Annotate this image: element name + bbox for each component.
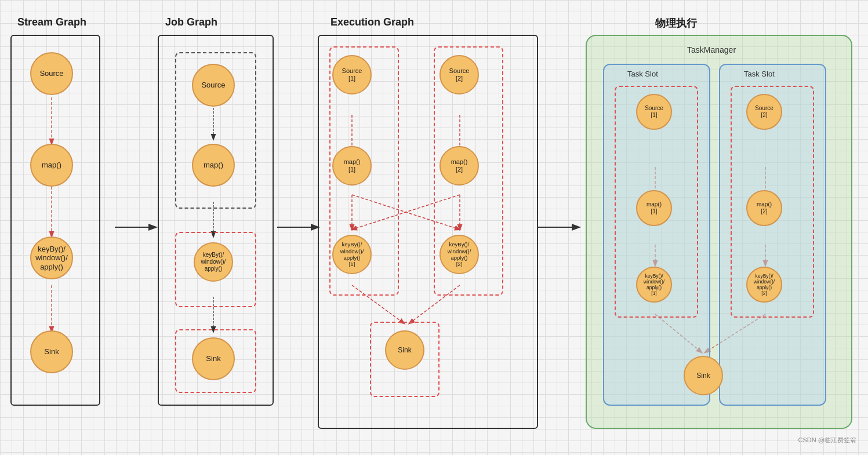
stream-map-node: map() — [30, 144, 73, 187]
phys-keyby1-node: keyBy()/window()/apply()[1] — [636, 267, 672, 303]
stream-graph-title: Stream Graph — [17, 16, 86, 28]
job-graph-title: Job Graph — [165, 16, 217, 28]
exec-source1-node: Source[1] — [332, 55, 372, 94]
physical-title: 物理执行 — [655, 16, 697, 30]
watermark: CSDN @临江费笠翁 — [798, 436, 856, 445]
execution-graph-title: Execution Graph — [331, 16, 414, 28]
job-sink-node: Sink — [192, 337, 235, 380]
task-manager-label: TaskManager — [687, 45, 736, 54]
exec-map1-node: map()[1] — [332, 146, 372, 185]
phys-sink-node: Sink — [684, 356, 723, 395]
job-source-node: Source — [192, 64, 235, 107]
stream-sink-node: Sink — [30, 330, 73, 373]
phys-map2-node: map()[2] — [746, 190, 782, 226]
phys-keyby2-node: keyBy()/window()/apply()[2] — [746, 267, 782, 303]
exec-keyby2-node: keyBy()/window()/apply()[2] — [440, 235, 479, 274]
job-map-node: map() — [192, 144, 235, 187]
exec-keyby1-node: keyBy()/window()/apply()[1] — [332, 235, 372, 274]
task-slot1-label: Task Slot — [627, 70, 658, 78]
phys-source1-node: Source[1] — [636, 94, 672, 130]
phys-map1-node: map()[1] — [636, 190, 672, 226]
exec-source2-node: Source[2] — [440, 55, 479, 94]
stream-source-node: Source — [30, 52, 73, 95]
phys-source2-node: Source[2] — [746, 94, 782, 130]
job-keyby-node: keyBy()/window()/apply() — [194, 242, 233, 282]
task-slot2-label: Task Slot — [744, 70, 775, 78]
exec-sink-node: Sink — [385, 330, 424, 370]
stream-keyby-node: keyBy()/window()/apply() — [30, 236, 73, 279]
exec-map2-node: map()[2] — [440, 146, 479, 185]
